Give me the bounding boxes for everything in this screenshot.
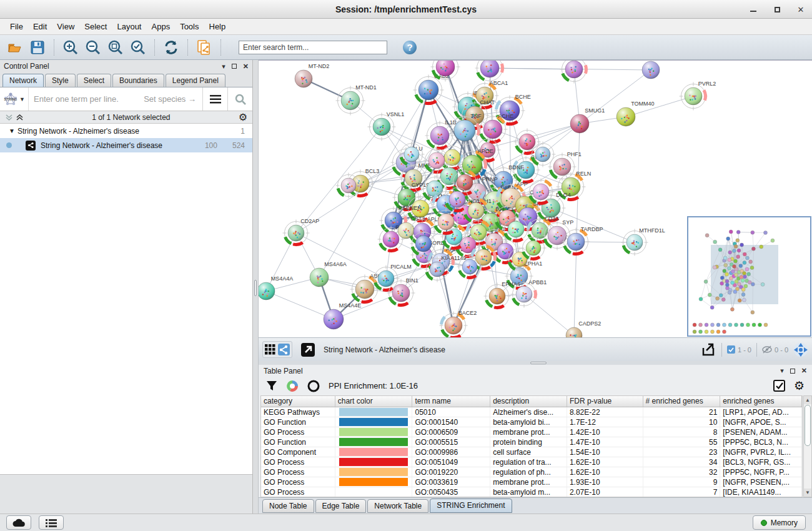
network-tree-row[interactable]: ▼String Network - Alzheimer's disease1 xyxy=(0,124,252,138)
column-header-chart-color[interactable]: chart color xyxy=(335,396,413,407)
panel-menu-icon[interactable]: ▾ xyxy=(780,367,784,375)
network-view[interactable]: MT-ND2MT-ND1VSNL1GAB2IRS1ABCA1CHATBCHEIL… xyxy=(259,60,812,337)
tab-style[interactable]: Style xyxy=(45,74,76,87)
tab-string-enrichment[interactable]: STRING Enrichment xyxy=(430,499,512,513)
tab-edge-table[interactable]: Edge Table xyxy=(315,499,367,513)
navigator-compass-icon[interactable] xyxy=(793,342,808,357)
column-header-enriched-genes[interactable]: enriched genes xyxy=(720,396,802,407)
scroll-up-icon[interactable]: ▲ xyxy=(804,396,811,404)
hidden-count-badge: 0 - 0 xyxy=(762,345,788,354)
network-node-VSNL1[interactable]: VSNL1 xyxy=(368,111,405,141)
network-node-EPHA4[interactable]: EPHA4 xyxy=(484,281,520,310)
export-network-icon[interactable] xyxy=(701,343,716,357)
panel-menu-icon[interactable]: ▾ xyxy=(222,62,225,71)
enrichment-table[interactable]: categorychart colorterm namedescriptionF… xyxy=(260,395,803,497)
zoom-out-icon[interactable] xyxy=(84,39,102,56)
tab-select[interactable]: Select xyxy=(77,74,111,87)
expand-all-icon[interactable] xyxy=(16,113,24,122)
string-query-input[interactable] xyxy=(29,87,202,111)
minimize-button[interactable] xyxy=(748,4,758,14)
close-panel-icon[interactable]: ✕ xyxy=(801,367,807,375)
menu-apps[interactable]: Apps xyxy=(147,20,176,33)
table-row[interactable]: GO FunctionGO:0005515protein binding1.47… xyxy=(261,437,802,447)
network-node[interactable] xyxy=(560,61,588,84)
table-row[interactable]: GO ProcessGO:0006509membrane prot...1.42… xyxy=(261,427,802,437)
menu-tools[interactable]: Tools xyxy=(175,20,204,33)
ring-chart-icon[interactable] xyxy=(307,380,320,392)
save-session-icon[interactable] xyxy=(29,39,46,56)
scroll-down-icon[interactable]: ▼ xyxy=(804,489,811,497)
network-node-ADAMTS2[interactable]: ADAMTS2 xyxy=(642,61,682,79)
zoom-selected-icon[interactable] xyxy=(129,39,147,56)
table-row[interactable]: GO ProcessGO:0051049regulation of tra...… xyxy=(261,457,802,467)
network-tree-row[interactable]: String Network - Alzheimer's disease1005… xyxy=(0,138,252,152)
menu-file[interactable]: File xyxy=(5,20,28,33)
network-node-TARDBP[interactable]: TARDBP xyxy=(562,226,603,256)
column-header-term-name[interactable]: term name xyxy=(412,396,490,407)
table-row[interactable]: GO ComponentGO:0009986cell surface1.54E-… xyxy=(261,447,802,457)
vertical-splitter[interactable] xyxy=(253,60,259,514)
table-row[interactable]: GO ProcessGO:0033619membrane prot...1.93… xyxy=(261,477,802,487)
tab-legend-panel[interactable]: Legend Panel xyxy=(166,74,225,87)
string-options-icon[interactable] xyxy=(202,87,227,111)
tree-collapse-icon[interactable]: ▼ xyxy=(9,127,17,134)
network-node-MT-ND1[interactable]: MT-ND1 xyxy=(336,84,377,116)
svg-text:?: ? xyxy=(407,42,412,52)
table-row[interactable]: GO ProcessGO:0019220regulation of ph...1… xyxy=(261,467,802,477)
filter-icon[interactable] xyxy=(266,380,277,392)
network-node-PVRL2[interactable]: PVRL2 xyxy=(680,81,716,111)
float-panel-icon[interactable] xyxy=(232,62,237,70)
tab-network[interactable]: Network xyxy=(2,74,44,87)
task-list-button[interactable] xyxy=(39,515,64,530)
open-in-window-icon[interactable] xyxy=(301,343,315,357)
scrollbar-thumb[interactable] xyxy=(805,405,811,446)
network-node-CADPS2[interactable]: CADPS2 xyxy=(566,320,601,337)
table-settings-gear-icon[interactable]: ⚙ xyxy=(794,379,805,393)
menu-layout[interactable]: Layout xyxy=(112,20,146,33)
table-row[interactable]: GO FunctionGO:0001540beta-amyloid bi...1… xyxy=(261,417,802,427)
menu-view[interactable]: View xyxy=(52,20,79,33)
network-node-MT-ND2[interactable]: MT-ND2 xyxy=(295,63,329,87)
column-header-category[interactable]: category xyxy=(261,396,335,407)
menu-select[interactable]: Select xyxy=(79,20,112,33)
network-node-MS4A4A[interactable]: MS4A4A xyxy=(259,275,293,300)
network-from-file-icon[interactable] xyxy=(196,39,213,56)
close-panel-icon[interactable]: ✕ xyxy=(243,62,249,71)
network-share-icon[interactable] xyxy=(278,344,290,355)
network-node-TOMM40[interactable]: TOMM40 xyxy=(616,101,655,126)
network-node-SMUG1[interactable]: SMUG1 xyxy=(570,107,605,133)
pie-chart-icon[interactable] xyxy=(286,380,299,392)
search-input[interactable] xyxy=(239,41,387,54)
collapse-all-icon[interactable] xyxy=(5,113,13,122)
help-icon[interactable]: ? xyxy=(401,39,418,56)
open-session-icon[interactable] xyxy=(6,39,24,56)
close-button[interactable]: ✕ xyxy=(796,4,806,14)
svg-text:VSNL1: VSNL1 xyxy=(387,111,405,117)
zoom-fit-icon[interactable] xyxy=(107,39,124,56)
grid-view-icon[interactable] xyxy=(265,344,275,355)
table-row[interactable]: KEGG Pathways05010Alzheimer's dise...8.8… xyxy=(261,407,802,417)
menu-edit[interactable]: Edit xyxy=(28,20,52,33)
refresh-icon[interactable] xyxy=(162,39,180,56)
menu-help[interactable]: Help xyxy=(204,20,231,33)
network-options-gear-icon[interactable]: ⚙ xyxy=(239,111,247,123)
table-scrollbar[interactable]: ▲ ▼ xyxy=(803,395,812,497)
table-row[interactable]: GO ProcessGO:0050435beta-amyloid m...2.0… xyxy=(261,487,802,497)
float-panel-icon[interactable] xyxy=(790,367,795,375)
tab-network-table[interactable]: Network Table xyxy=(367,499,428,513)
network-node-BACE2[interactable]: BACE2 xyxy=(440,310,477,337)
cloud-tasks-button[interactable] xyxy=(6,515,31,530)
network-node-MTHFD1L[interactable]: MTHFD1L xyxy=(621,227,665,256)
birds-eye-view[interactable] xyxy=(687,216,811,337)
column-header--enriched-genes[interactable]: # enriched genes xyxy=(643,396,721,407)
column-header-FDR-p-value[interactable]: FDR p-value xyxy=(567,396,643,407)
column-header-description[interactable]: description xyxy=(490,396,567,407)
string-logo-dropdown[interactable]: STRING ▼ xyxy=(0,87,29,111)
tab-node-table[interactable]: Node Table xyxy=(262,499,314,513)
memory-button[interactable]: Memory xyxy=(753,515,806,530)
zoom-in-icon[interactable] xyxy=(62,39,79,56)
string-search-icon[interactable] xyxy=(227,87,252,111)
select-rows-icon[interactable] xyxy=(773,380,785,392)
tab-boundaries[interactable]: Boundaries xyxy=(112,74,164,87)
maximize-button[interactable] xyxy=(772,4,782,14)
